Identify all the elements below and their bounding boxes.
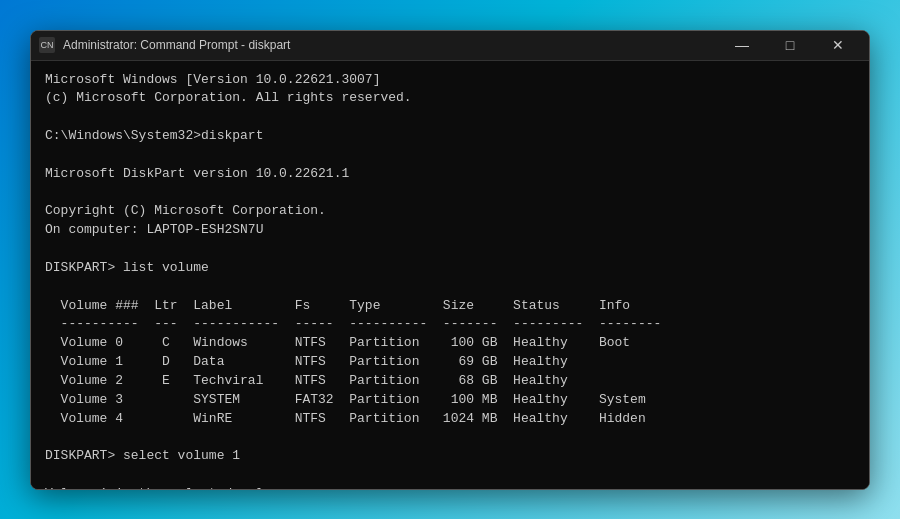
- title-bar: CN Administrator: Command Prompt - diskp…: [31, 31, 869, 61]
- console-line: [45, 240, 855, 259]
- console-line: Volume ### Ltr Label Fs Type Size Status…: [45, 297, 855, 316]
- console-line: Copyright (C) Microsoft Corporation.: [45, 202, 855, 221]
- console-line: ---------- --- ----------- ----- -------…: [45, 315, 855, 334]
- console-line: Volume 4 WinRE NTFS Partition 1024 MB He…: [45, 410, 855, 429]
- console-line: [45, 108, 855, 127]
- console-line: Volume 0 C Windows NTFS Partition 100 GB…: [45, 334, 855, 353]
- console-line: [45, 184, 855, 203]
- maximize-button[interactable]: □: [767, 31, 813, 59]
- console-line: Volume 1 is the selected volume.: [45, 485, 855, 488]
- console-line: Microsoft DiskPart version 10.0.22621.1: [45, 165, 855, 184]
- console-body[interactable]: Microsoft Windows [Version 10.0.22621.30…: [31, 61, 869, 489]
- console-line: [45, 146, 855, 165]
- console-line: Volume 1 D Data NTFS Partition 69 GB Hea…: [45, 353, 855, 372]
- console-line: Volume 2 E Techviral NTFS Partition 68 G…: [45, 372, 855, 391]
- window-controls: — □ ✕: [719, 31, 861, 59]
- console-line: [45, 278, 855, 297]
- console-line: Volume 3 SYSTEM FAT32 Partition 100 MB H…: [45, 391, 855, 410]
- minimize-button[interactable]: —: [719, 31, 765, 59]
- console-line: On computer: LAPTOP-ESH2SN7U: [45, 221, 855, 240]
- console-line: (c) Microsoft Corporation. All rights re…: [45, 89, 855, 108]
- console-line: [45, 466, 855, 485]
- console-line: Microsoft Windows [Version 10.0.22621.30…: [45, 71, 855, 90]
- console-line: DISKPART> list volume: [45, 259, 855, 278]
- console-line: DISKPART> select volume 1: [45, 447, 855, 466]
- window-title: Administrator: Command Prompt - diskpart: [63, 38, 719, 52]
- close-button[interactable]: ✕: [815, 31, 861, 59]
- console-line: [45, 429, 855, 448]
- app-icon: CN: [39, 37, 55, 53]
- cmd-window: CN Administrator: Command Prompt - diskp…: [30, 30, 870, 490]
- console-line: C:\Windows\System32>diskpart: [45, 127, 855, 146]
